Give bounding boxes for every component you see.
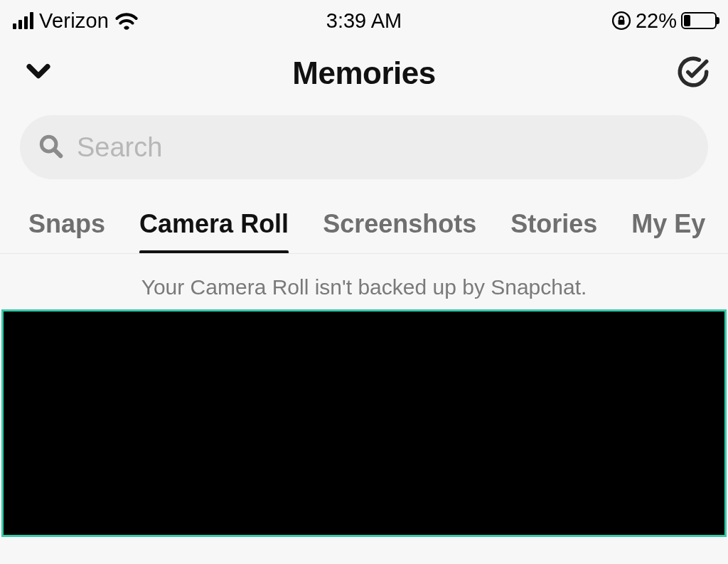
search-container bbox=[0, 107, 728, 185]
tab-my-eyes-only[interactable]: My Ey bbox=[631, 209, 705, 253]
select-button[interactable] bbox=[675, 54, 711, 92]
cellular-signal-icon bbox=[13, 12, 33, 29]
svg-line-3 bbox=[55, 150, 60, 156]
page-title: Memories bbox=[292, 55, 435, 91]
selected-media-thumbnail[interactable] bbox=[1, 309, 727, 537]
wifi-icon bbox=[114, 11, 139, 30]
checkmark-circle-icon bbox=[675, 54, 711, 90]
carrier-label: Verizon bbox=[39, 9, 109, 33]
chevron-down-icon bbox=[23, 56, 54, 87]
battery-percentage: 22% bbox=[636, 9, 677, 33]
tabs-bar: Snaps Camera Roll Screenshots Stories My… bbox=[0, 185, 728, 254]
status-left: Verizon bbox=[13, 9, 139, 33]
close-button[interactable] bbox=[23, 56, 54, 90]
orientation-lock-icon bbox=[611, 11, 631, 31]
backup-notice: Your Camera Roll isn't backed up by Snap… bbox=[0, 254, 728, 309]
tab-screenshots[interactable]: Screenshots bbox=[323, 209, 476, 253]
page-header: Memories bbox=[0, 40, 728, 107]
svg-rect-1 bbox=[619, 20, 625, 25]
status-right: 22% bbox=[611, 9, 717, 33]
battery-icon bbox=[681, 12, 717, 29]
search-icon bbox=[37, 132, 64, 162]
status-bar: Verizon 3:39 AM 22% bbox=[0, 0, 728, 40]
tab-stories[interactable]: Stories bbox=[510, 209, 597, 253]
clock-time: 3:39 AM bbox=[326, 9, 402, 33]
tab-camera-roll[interactable]: Camera Roll bbox=[139, 209, 289, 253]
battery-fill bbox=[684, 15, 690, 26]
search-bar[interactable] bbox=[20, 115, 708, 179]
search-input[interactable] bbox=[77, 132, 691, 163]
tab-snaps[interactable]: Snaps bbox=[28, 209, 105, 253]
